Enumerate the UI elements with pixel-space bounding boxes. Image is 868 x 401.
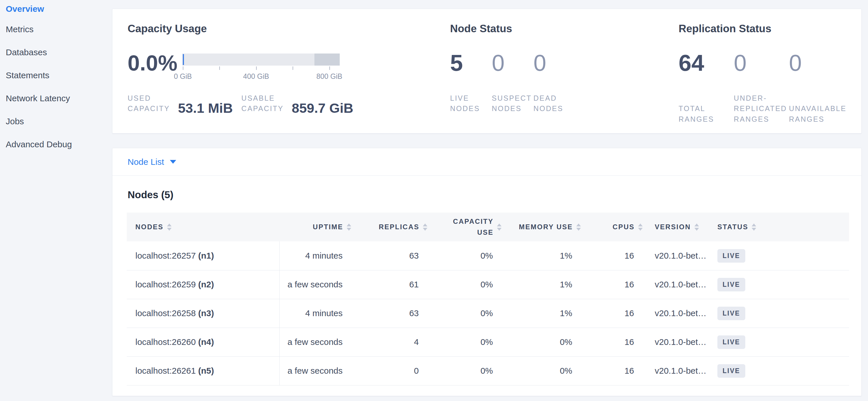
capacity-usage-title: Capacity Usage xyxy=(128,23,450,34)
node-uptime: 4 minutes xyxy=(279,299,351,328)
sidebar-item-advanced-debug[interactable]: Advanced Debug xyxy=(0,133,112,156)
capacity-bar-used-marker xyxy=(183,54,184,65)
node-list-dropdown-label: Node List xyxy=(128,157,164,167)
node-cpus: 16 xyxy=(581,299,643,328)
unavailable-ranges-count: 0 xyxy=(789,52,844,75)
node-memory-use: 0% xyxy=(501,356,581,385)
status-badge: LIVE xyxy=(717,249,745,263)
nodes-count-heading: Nodes (5) xyxy=(128,189,861,200)
table-row[interactable]: localhost:26259 (n2) a few seconds 61 0%… xyxy=(127,270,849,299)
sort-icon xyxy=(347,224,351,231)
status-badge: LIVE xyxy=(717,364,745,378)
status-badge: LIVE xyxy=(717,278,745,291)
sort-icon xyxy=(423,224,427,231)
sort-icon xyxy=(638,224,643,231)
usable-capacity-stat: USABLE CAPACITY 859.7 GiB xyxy=(242,93,353,114)
node-cpus: 16 xyxy=(581,356,643,385)
table-row[interactable]: localhost:26260 (n4) a few seconds 4 0% … xyxy=(127,328,849,356)
sidebar-item-metrics[interactable]: Metrics xyxy=(0,18,112,41)
node-version: v20.1.0-bet… xyxy=(643,328,707,356)
axis-label-800gib: 800 GiB xyxy=(316,72,342,81)
live-nodes-count: 5 xyxy=(450,52,492,75)
node-replicas: 61 xyxy=(351,270,427,299)
live-nodes-label: LIVE NODES xyxy=(450,93,492,114)
node-version: v20.1.0-bet… xyxy=(643,270,707,299)
total-ranges-count: 64 xyxy=(679,52,734,75)
replication-status-title: Replication Status xyxy=(679,23,861,34)
sort-icon xyxy=(497,224,501,231)
axis-label-0gib: 0 GiB xyxy=(174,72,192,81)
column-header-nodes[interactable]: NODES xyxy=(127,212,279,241)
version-column-label: VERSION xyxy=(655,222,691,232)
node-status-title: Node Status xyxy=(450,23,679,34)
sort-icon xyxy=(694,224,699,231)
node-version: v20.1.0-bet… xyxy=(643,299,707,328)
total-ranges-label: TOTAL RANGES xyxy=(679,103,734,124)
node-id: (n3) xyxy=(198,308,214,318)
under-replicated-ranges-count: 0 xyxy=(734,52,789,75)
sidebar-item-databases[interactable]: Databases xyxy=(0,41,112,64)
column-header-capacity-use[interactable]: CAPACITY USE xyxy=(427,212,501,241)
node-id: (n5) xyxy=(198,366,214,375)
column-header-status[interactable]: STATUS xyxy=(707,212,849,241)
capacity-bar-chart: 0 GiB 400 GiB 800 GiB xyxy=(182,54,340,81)
node-status-section: Node Status 5 0 0 LIVE NODES SUSPECT NOD… xyxy=(450,23,679,133)
under-replicated-ranges-label: UNDER- REPLICATED RANGES xyxy=(734,93,789,124)
column-header-version[interactable]: VERSION xyxy=(643,212,707,241)
sort-icon xyxy=(167,224,172,231)
status-badge: LIVE xyxy=(717,307,745,320)
sidebar-item-jobs[interactable]: Jobs xyxy=(0,110,112,133)
suspect-nodes-count: 0 xyxy=(492,52,533,75)
node-replicas: 63 xyxy=(351,241,427,270)
node-capacity-use: 0% xyxy=(427,270,501,299)
node-replicas: 63 xyxy=(351,299,427,328)
axis-label-400gib: 400 GiB xyxy=(243,72,269,81)
node-id: (n2) xyxy=(198,280,214,289)
uptime-column-label: UPTIME xyxy=(313,222,343,232)
node-uptime: a few seconds xyxy=(279,356,351,385)
main-content: Capacity Usage 0.0% 0 GiB 400 GiB 800 Gi… xyxy=(112,0,862,396)
node-list-card: Node List Nodes (5) NODES UPTIME xyxy=(112,148,862,396)
memory-use-column-label: MEMORY USE xyxy=(519,222,573,232)
node-memory-use: 1% xyxy=(501,270,581,299)
node-memory-use: 1% xyxy=(501,299,581,328)
cpus-column-label: CPUS xyxy=(613,222,634,232)
unavailable-ranges-label: UNAVAILABLE RANGES xyxy=(789,103,844,124)
node-replicas: 0 xyxy=(351,356,427,385)
node-id: (n1) xyxy=(198,251,214,260)
node-memory-use: 1% xyxy=(501,241,581,270)
node-uptime: a few seconds xyxy=(279,270,351,299)
chevron-down-icon xyxy=(170,160,176,164)
nodes-column-label: NODES xyxy=(135,222,163,232)
table-row[interactable]: localhost:26258 (n3) 4 minutes 63 0% 1% … xyxy=(127,299,849,328)
node-address: localhost:26261 xyxy=(135,366,196,375)
column-header-uptime[interactable]: UPTIME xyxy=(279,212,351,241)
dead-nodes-count: 0 xyxy=(533,52,575,75)
column-header-replicas[interactable]: REPLICAS xyxy=(351,212,427,241)
node-address: localhost:26259 xyxy=(135,280,196,289)
capacity-bar-track xyxy=(182,54,340,65)
capacity-use-column-label: CAPACITY USE xyxy=(447,216,494,238)
cluster-overview-card: Capacity Usage 0.0% 0 GiB 400 GiB 800 Gi… xyxy=(112,9,862,134)
sidebar-item-overview[interactable]: Overview xyxy=(0,0,112,18)
node-version: v20.1.0-bet… xyxy=(643,356,707,385)
sidebar-item-statements[interactable]: Statements xyxy=(0,64,112,87)
table-row[interactable]: localhost:26257 (n1) 4 minutes 63 0% 1% … xyxy=(127,241,849,270)
column-header-cpus[interactable]: CPUS xyxy=(581,212,643,241)
replicas-column-label: REPLICAS xyxy=(379,222,419,232)
capacity-bar-reserved-segment xyxy=(314,54,340,65)
table-row[interactable]: localhost:26261 (n5) a few seconds 0 0% … xyxy=(127,356,849,385)
node-capacity-use: 0% xyxy=(427,241,501,270)
node-list-dropdown[interactable]: Node List xyxy=(128,157,176,167)
node-cpus: 16 xyxy=(581,270,643,299)
column-header-memory-use[interactable]: MEMORY USE xyxy=(501,212,581,241)
node-list-selector-bar: Node List xyxy=(113,148,861,176)
used-capacity-label: USED CAPACITY xyxy=(128,93,170,114)
sort-icon xyxy=(576,224,581,231)
dead-nodes-label: DEAD NODES xyxy=(533,93,575,114)
sidebar-item-network-latency[interactable]: Network Latency xyxy=(0,87,112,110)
node-cpus: 16 xyxy=(581,328,643,356)
table-header-row: NODES UPTIME REPLICAS CAPACITY USE MEMOR… xyxy=(127,212,849,241)
node-capacity-use: 0% xyxy=(427,356,501,385)
node-address: localhost:26257 xyxy=(135,251,196,260)
